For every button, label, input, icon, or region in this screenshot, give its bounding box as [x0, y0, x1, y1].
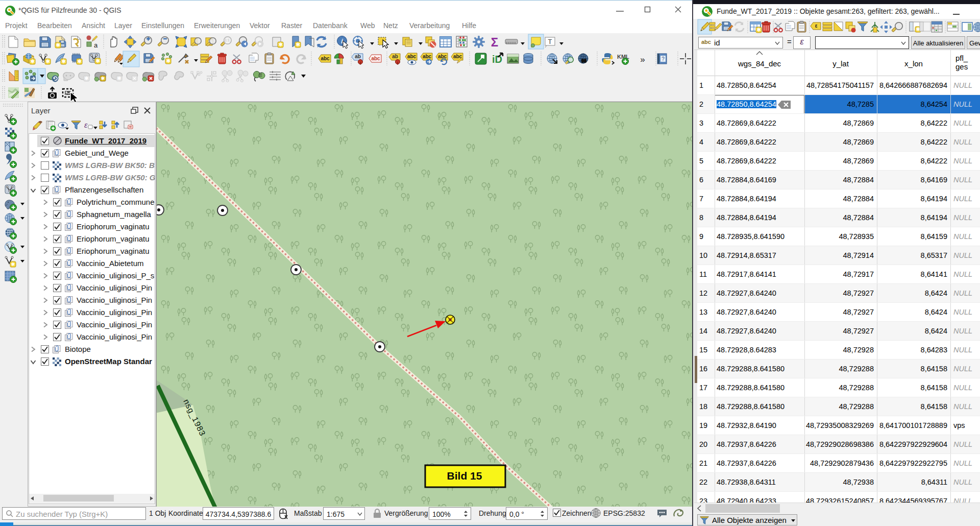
svg-text:ε: ε [84, 121, 88, 129]
svg-text:abc: abc [438, 54, 447, 59]
svg-text:1:1: 1:1 [225, 38, 230, 42]
svg-text:ε: ε [815, 23, 818, 29]
svg-text:✱: ✱ [77, 58, 82, 64]
svg-text:✱: ✱ [84, 76, 88, 81]
svg-text:T: T [548, 38, 552, 45]
svg-text:abc: abc [423, 54, 432, 59]
svg-text:✱: ✱ [756, 27, 761, 33]
svg-text:?: ? [662, 56, 665, 62]
svg-text:✱: ✱ [166, 58, 170, 64]
svg-text:✱: ✱ [278, 41, 283, 47]
svg-text:✱: ✱ [95, 58, 100, 64]
svg-text:✱: ✱ [45, 58, 50, 64]
svg-text:a: a [94, 41, 98, 49]
svg-text:✱: ✱ [296, 41, 300, 47]
svg-text:Bild 15: Bild 15 [447, 470, 482, 482]
svg-text:abc: abc [321, 56, 330, 61]
svg-text:✱: ✱ [61, 58, 66, 64]
svg-text:ab: ab [355, 54, 361, 59]
svg-text:✱: ✱ [56, 42, 60, 48]
svg-text:abc: abc [407, 54, 416, 59]
svg-text:ab: ab [392, 54, 398, 59]
svg-text:✱: ✱ [30, 58, 35, 64]
svg-text:✱: ✱ [101, 76, 105, 81]
svg-text:✱: ✱ [117, 76, 121, 81]
svg-text:»: » [640, 55, 645, 64]
svg-text:Σ: Σ [491, 35, 498, 49]
svg-text:abc: abc [371, 56, 380, 61]
svg-text:✱: ✱ [11, 261, 15, 267]
